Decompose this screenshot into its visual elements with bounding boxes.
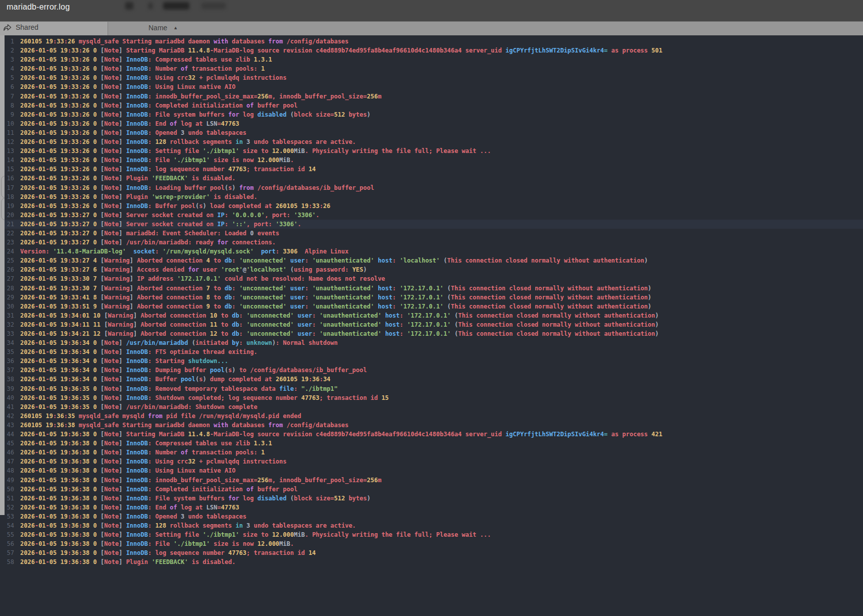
log-line-text: 2026-01-05 19:36:38 0 [Note] Plugin 'FEE… [20, 557, 235, 567]
log-line-text: 2026-01-05 19:33:26 0 [Note] InnoDB: Num… [20, 64, 265, 73]
log-line-text: 2026-01-05 19:33:27 0 [Note] Server sock… [20, 211, 320, 220]
log-line-text: 2026-01-05 19:33:26 0 [Note] InnoDB: End… [20, 119, 239, 128]
log-line[interactable]: 22026-01-05 19:33:26 0 [Note] Starting M… [0, 46, 863, 55]
log-line[interactable]: 552026-01-05 19:36:38 0 [Note] InnoDB: S… [0, 530, 863, 539]
log-line[interactable]: 212026-01-05 19:33:27 0 [Note] Server so… [0, 220, 863, 229]
log-line[interactable]: 282026-01-05 19:33:30 7 [Warning] Aborte… [0, 284, 863, 293]
log-line-text: 2026-01-05 19:33:26 0 [Note] Starting Ma… [20, 46, 663, 55]
log-line[interactable]: 32026-01-05 19:33:26 0 [Note] InnoDB: Co… [0, 55, 863, 64]
blurred-toolbar-icon[interactable] [148, 3, 153, 9]
log-line[interactable]: 312026-01-05 19:34:01 10 [Warning] Abort… [0, 311, 863, 320]
blurred-toolbar-control[interactable] [163, 2, 189, 10]
log-line-text: 2026-01-05 19:36:38 0 [Note] InnoDB: 128… [20, 521, 356, 530]
log-line-text: 2026-01-05 19:36:38 0 [Note] InnoDB: Ope… [20, 512, 246, 521]
log-line[interactable]: 512026-01-05 19:36:38 0 [Note] InnoDB: F… [0, 494, 863, 503]
log-line-text: 2026-01-05 19:33:27 0 [Note] mariadbd: E… [20, 229, 279, 238]
log-line[interactable]: 202026-01-05 19:33:27 0 [Note] Server so… [0, 211, 863, 220]
log-line[interactable]: 342026-01-05 19:36:34 0 [Note] /usr/bin/… [0, 338, 863, 347]
log-viewer[interactable]: 1260105 19:33:26 mysqld_safe Starting ma… [0, 35, 863, 616]
log-line-text: 2026-01-05 19:36:38 0 [Note] InnoDB: Com… [20, 485, 297, 494]
log-line[interactable]: 142026-01-05 19:33:26 0 [Note] InnoDB: F… [0, 156, 863, 165]
log-line-text: 2026-01-05 19:33:27 0 [Note] /usr/bin/ma… [20, 238, 276, 247]
log-line-text: 2026-01-05 19:36:34 0 [Note] InnoDB: Sta… [20, 356, 228, 366]
log-line[interactable]: 172026-01-05 19:33:26 0 [Note] InnoDB: L… [0, 183, 863, 192]
log-line[interactable]: 532026-01-05 19:36:38 0 [Note] InnoDB: O… [0, 512, 863, 521]
log-line[interactable]: 62026-01-05 19:33:26 0 [Note] InnoDB: Us… [0, 82, 863, 91]
log-line[interactable]: 462026-01-05 19:36:38 0 [Note] InnoDB: N… [0, 448, 863, 457]
log-line[interactable]: 132026-01-05 19:33:26 0 [Note] InnoDB: S… [0, 146, 863, 156]
log-line-text: 2026-01-05 19:33:51 9 [Warning] Aborted … [20, 302, 651, 311]
log-line[interactable]: 502026-01-05 19:36:38 0 [Note] InnoDB: C… [0, 485, 863, 494]
sort-ascending-icon[interactable]: ▲ [173, 25, 178, 30]
log-line[interactable]: 402026-01-05 19:36:35 0 [Note] InnoDB: S… [0, 393, 863, 402]
log-line-text: 2026-01-05 19:36:38 0 [Note] InnoDB: log… [20, 548, 316, 557]
log-line[interactable]: 252026-01-05 19:33:27 4 [Warning] Aborte… [0, 256, 863, 265]
log-line[interactable]: 352026-01-05 19:36:34 0 [Note] InnoDB: F… [0, 347, 863, 356]
log-line[interactable]: 322026-01-05 19:34:11 11 [Warning] Abort… [0, 320, 863, 329]
log-line[interactable]: 572026-01-05 19:36:38 0 [Note] InnoDB: l… [0, 548, 863, 557]
log-line-text: 260105 19:36:35 mysqld_safe mysqld from … [20, 412, 301, 421]
left-edge-strip[interactable] [0, 35, 5, 515]
log-line[interactable]: 262026-01-05 19:33:27 6 [Warning] Access… [0, 265, 863, 274]
sidebar-item-shared[interactable]: Shared [3, 23, 38, 31]
log-line-text: 2026-01-05 19:33:26 0 [Note] InnoDB: Fil… [20, 110, 371, 119]
log-line[interactable]: 482026-01-05 19:36:38 0 [Note] InnoDB: U… [0, 466, 863, 475]
log-line[interactable]: 412026-01-05 19:36:35 0 [Note] /usr/bin/… [0, 402, 863, 412]
log-line-text: 2026-01-05 19:36:38 0 [Note] InnoDB: Usi… [20, 466, 235, 475]
log-line-text: Version: '11.4.8-MariaDB-log' socket: '/… [20, 247, 348, 256]
log-line[interactable]: 192026-01-05 19:33:26 0 [Note] InnoDB: B… [0, 201, 863, 211]
log-line[interactable]: 272026-01-05 19:33:30 7 [Warning] IP add… [0, 274, 863, 283]
log-line-text: 2026-01-05 19:33:30 7 [Warning] Aborted … [20, 284, 651, 293]
log-line[interactable]: 162026-01-05 19:33:26 0 [Note] Plugin 'F… [0, 174, 863, 183]
log-line[interactable]: 542026-01-05 19:36:38 0 [Note] InnoDB: 1… [0, 521, 863, 530]
log-line[interactable]: 222026-01-05 19:33:27 0 [Note] mariadbd:… [0, 229, 863, 238]
log-line-text: 2026-01-05 19:33:26 0 [Note] Plugin 'wsr… [20, 192, 258, 201]
log-line[interactable]: 392026-01-05 19:36:35 0 [Note] InnoDB: R… [0, 384, 863, 393]
log-line[interactable]: 292026-01-05 19:33:41 8 [Warning] Aborte… [0, 293, 863, 302]
log-line[interactable]: 442026-01-05 19:36:38 0 [Note] Starting … [0, 430, 863, 439]
log-line[interactable]: 43260105 19:36:38 mysqld_safe Starting m… [0, 421, 863, 430]
name-column-label: Name [148, 24, 167, 32]
window-titlebar: mariadb-error.log [0, 0, 863, 21]
line-number: 58 [0, 557, 20, 567]
log-line[interactable]: 472026-01-05 19:36:38 0 [Note] InnoDB: U… [0, 457, 863, 466]
log-line[interactable]: 72026-01-05 19:33:26 0 [Note] InnoDB: in… [0, 92, 863, 101]
log-line[interactable]: 182026-01-05 19:33:26 0 [Note] Plugin 'w… [0, 192, 863, 201]
log-line[interactable]: 582026-01-05 19:36:38 0 [Note] Plugin 'F… [0, 557, 863, 567]
name-column-header[interactable]: Name ▲ [148, 24, 178, 32]
log-line[interactable]: 302026-01-05 19:33:51 9 [Warning] Aborte… [0, 302, 863, 311]
log-line[interactable]: 362026-01-05 19:36:34 0 [Note] InnoDB: S… [0, 356, 863, 366]
log-line[interactable]: 42026-01-05 19:33:26 0 [Note] InnoDB: Nu… [0, 64, 863, 73]
log-line[interactable]: 332026-01-05 19:34:21 12 [Warning] Abort… [0, 329, 863, 338]
log-line[interactable]: 112026-01-05 19:33:26 0 [Note] InnoDB: O… [0, 128, 863, 137]
log-line[interactable]: 382026-01-05 19:36:34 0 [Note] InnoDB: B… [0, 375, 863, 384]
log-line[interactable]: 42260105 19:36:35 mysqld_safe mysqld fro… [0, 412, 863, 421]
log-line-text: 2026-01-05 19:34:11 11 [Warning] Aborted… [20, 320, 659, 329]
log-line[interactable]: 52026-01-05 19:33:26 0 [Note] InnoDB: Us… [0, 73, 863, 82]
log-line[interactable]: 522026-01-05 19:36:38 0 [Note] InnoDB: E… [0, 503, 863, 512]
log-line[interactable]: 492026-01-05 19:36:38 0 [Note] InnoDB: i… [0, 476, 863, 485]
log-line-text: 2026-01-05 19:33:30 7 [Warning] IP addre… [20, 274, 385, 283]
log-line[interactable]: 452026-01-05 19:36:38 0 [Note] InnoDB: C… [0, 439, 863, 448]
log-line[interactable]: 92026-01-05 19:33:26 0 [Note] InnoDB: Fi… [0, 110, 863, 119]
window-title: mariadb-error.log [7, 3, 70, 12]
log-line-text: 2026-01-05 19:36:34 0 [Note] InnoDB: Buf… [20, 375, 330, 384]
log-line[interactable]: 372026-01-05 19:36:34 0 [Note] InnoDB: D… [0, 366, 863, 375]
log-line[interactable]: 82026-01-05 19:33:26 0 [Note] InnoDB: Co… [0, 101, 863, 110]
log-line[interactable]: 1260105 19:33:26 mysqld_safe Starting ma… [0, 37, 863, 46]
log-line-text: 260105 19:36:38 mysqld_safe Starting mar… [20, 421, 348, 430]
log-line[interactable]: 562026-01-05 19:36:38 0 [Note] InnoDB: F… [0, 539, 863, 548]
blurred-toolbar-control[interactable] [201, 3, 226, 9]
log-line[interactable]: 232026-01-05 19:33:27 0 [Note] /usr/bin/… [0, 238, 863, 247]
log-line[interactable]: 24Version: '11.4.8-MariaDB-log' socket: … [0, 247, 863, 256]
log-line-text: 2026-01-05 19:33:26 0 [Note] InnoDB: inn… [20, 92, 381, 101]
log-line[interactable]: 102026-01-05 19:33:26 0 [Note] InnoDB: E… [0, 119, 863, 128]
log-line[interactable]: 152026-01-05 19:33:26 0 [Note] InnoDB: l… [0, 165, 863, 174]
log-line-text: 2026-01-05 19:36:35 0 [Note] InnoDB: Shu… [20, 393, 389, 402]
line-number: 56 [0, 539, 20, 548]
blurred-toolbar-icon[interactable] [125, 2, 133, 10]
log-line-text: 2026-01-05 19:36:38 0 [Note] InnoDB: Set… [20, 530, 491, 539]
log-line[interactable]: 122026-01-05 19:33:26 0 [Note] InnoDB: 1… [0, 137, 863, 146]
line-number: 54 [0, 521, 20, 530]
log-line-text: 2026-01-05 19:34:01 10 [Warning] Aborted… [20, 311, 659, 320]
